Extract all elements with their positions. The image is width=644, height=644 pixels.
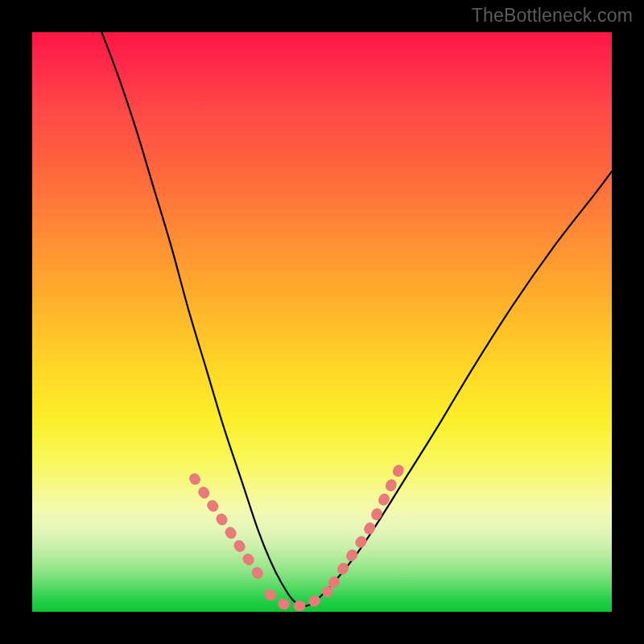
- highlight-segment: [333, 461, 402, 583]
- chart-frame: TheBottleneck.com: [0, 0, 644, 644]
- plot-area: [32, 32, 612, 612]
- watermark-text: TheBottleneck.com: [472, 5, 633, 27]
- bottleneck-curve: [101, 32, 612, 606]
- curve-svg: [32, 32, 612, 612]
- lower-highlight-dots: [195, 461, 403, 606]
- highlight-segment: [195, 478, 264, 583]
- highlight-segment: [270, 592, 328, 606]
